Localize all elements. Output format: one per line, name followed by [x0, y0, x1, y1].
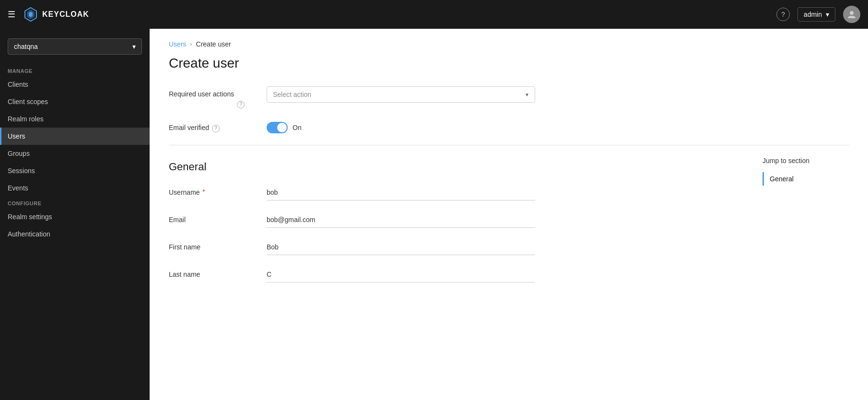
sidebar-item-groups[interactable]: Groups [0, 145, 150, 162]
admin-dropdown-arrow-icon: ▾ [826, 11, 829, 18]
configure-section-label: Configure [0, 197, 150, 208]
page-title: Create user [169, 56, 849, 71]
realm-name: chatqna [14, 43, 38, 50]
keycloak-logo-icon [23, 7, 38, 22]
sidebar-item-users[interactable]: Users [0, 128, 150, 145]
general-section-heading: General [169, 161, 753, 173]
required-user-actions-label: Required user actions ? [169, 86, 255, 108]
email-verified-label: Email verified ? [169, 120, 255, 132]
breadcrumb-separator-icon: › [190, 41, 192, 47]
first-name-input-wrapper [267, 239, 535, 255]
email-verified-control: On [267, 120, 535, 133]
email-verified-toggle[interactable] [267, 122, 288, 133]
email-verified-help-icon[interactable]: ? [212, 125, 220, 132]
first-name-input[interactable] [267, 239, 535, 255]
navbar-right: ? admin ▾ [776, 6, 860, 23]
required-user-actions-select-wrapper: Select action [267, 86, 535, 103]
email-input[interactable] [267, 212, 535, 228]
email-verified-toggle-wrapper: On [267, 120, 535, 133]
last-name-input[interactable] [267, 267, 535, 282]
jump-section-title: Jump to section [762, 157, 849, 165]
required-user-actions-help-icon[interactable]: ? [237, 101, 245, 108]
jump-item-general[interactable]: General [762, 172, 849, 186]
toggle-knob [277, 123, 287, 132]
help-icon[interactable]: ? [776, 8, 790, 21]
hamburger-icon[interactable]: ☰ [8, 9, 15, 20]
sidebar-item-realm-settings[interactable]: Realm settings [0, 208, 150, 225]
first-name-label: First name [169, 239, 255, 251]
username-required-star: * [203, 188, 205, 195]
admin-label: admin [804, 11, 822, 18]
first-name-row: First name [169, 239, 753, 255]
required-user-actions-select[interactable]: Select action [267, 86, 535, 103]
last-name-input-wrapper [267, 267, 535, 282]
last-name-label: Last name [169, 267, 255, 278]
email-verified-row: Email verified ? On [169, 120, 849, 133]
email-label: Email [169, 212, 255, 224]
main-content: Users › Create user Create user Required… [150, 29, 868, 400]
realm-dropdown-icon: ▾ [132, 43, 136, 50]
content-with-jump-sidebar: General Username * Email [169, 157, 849, 294]
breadcrumb: Users › Create user [169, 40, 849, 48]
divider [169, 145, 849, 145]
required-user-actions-row: Required user actions ? Select action [169, 86, 849, 108]
last-name-row: Last name [169, 267, 753, 282]
layout: chatqna ▾ Manage Clients Client scopes R… [0, 29, 868, 400]
jump-sidebar: Jump to section General [753, 157, 849, 294]
username-row: Username * [169, 185, 753, 200]
email-verified-state-label: On [293, 124, 302, 131]
logo-text: KEYCLOAK [42, 10, 89, 19]
avatar[interactable] [843, 6, 860, 23]
sidebar-item-realm-roles[interactable]: Realm roles [0, 110, 150, 128]
logo: KEYCLOAK [23, 7, 89, 22]
sidebar-item-clients[interactable]: Clients [0, 76, 150, 93]
username-label: Username * [169, 185, 255, 196]
breadcrumb-users-link[interactable]: Users [169, 40, 187, 48]
sidebar-item-authentication[interactable]: Authentication [0, 225, 150, 243]
sidebar-item-events[interactable]: Events [0, 179, 150, 197]
svg-point-3 [850, 11, 854, 15]
sidebar: chatqna ▾ Manage Clients Client scopes R… [0, 29, 150, 400]
form-main: General Username * Email [169, 157, 753, 294]
email-row: Email [169, 212, 753, 228]
manage-section-label: Manage [0, 64, 150, 76]
breadcrumb-current: Create user [196, 40, 231, 48]
sidebar-item-sessions[interactable]: Sessions [0, 162, 150, 179]
admin-menu-button[interactable]: admin ▾ [798, 7, 835, 22]
navbar: ☰ KEYCLOAK ? admin ▾ [0, 0, 868, 29]
realm-selector[interactable]: chatqna ▾ [8, 38, 142, 55]
required-user-actions-select-container: Select action [267, 86, 535, 103]
username-input-wrapper [267, 185, 535, 200]
username-input[interactable] [267, 185, 535, 200]
avatar-icon [847, 10, 856, 19]
navbar-left: ☰ KEYCLOAK [8, 7, 89, 22]
sidebar-item-client-scopes[interactable]: Client scopes [0, 93, 150, 110]
email-input-wrapper [267, 212, 535, 228]
